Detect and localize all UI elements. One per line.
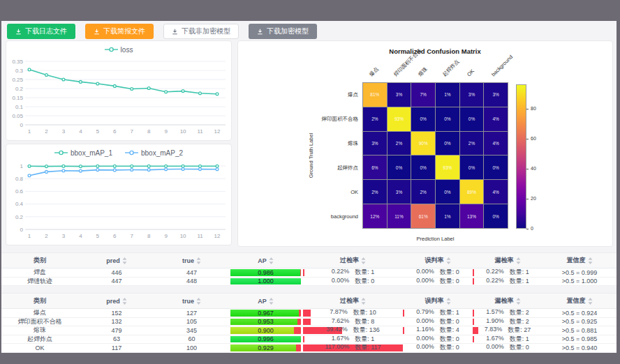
matrix-row-label: 焊印面积不合格: [291, 116, 358, 123]
sort-icon[interactable]: [516, 257, 521, 264]
rate-percent: 0.00%: [416, 335, 434, 344]
matrix-cell: 13%: [460, 204, 484, 228]
miss-detection-cell: 1.90%数量: 2: [473, 318, 542, 326]
column-header-误判率[interactable]: 误判率: [403, 253, 473, 268]
colorbar-tick-label: 0: [531, 226, 533, 231]
loss-chart-plot: 00.050.10.150.20.250.30.3512345678910111…: [6, 52, 232, 140]
svg-text:8: 8: [147, 128, 151, 135]
svg-text:12: 12: [214, 128, 221, 135]
column-header-true[interactable]: true: [155, 253, 228, 268]
sort-icon[interactable]: [269, 257, 274, 264]
column-header-置信度[interactable]: 置信度: [542, 294, 617, 308]
false-judge-cell: 0.00%数量: 0: [403, 344, 473, 352]
svg-text:10: 10: [180, 128, 186, 135]
rate-count: 数量: 1: [510, 268, 529, 277]
matrix-col-label: 熔珠: [417, 66, 429, 78]
column-header-label: AP: [258, 298, 267, 305]
sort-icon[interactable]: [269, 298, 274, 305]
rate-percent: 7.83%: [485, 326, 503, 335]
confidence-value: >0.5 = 0.940: [542, 344, 617, 352]
miss-detection-cell: 1.57%数量: 2: [473, 309, 542, 317]
rate-count: 数量: 0: [440, 268, 459, 277]
column-header-过检率[interactable]: 过检率: [303, 253, 403, 268]
download-button-1[interactable]: 下载日志文件: [7, 24, 75, 39]
svg-text:8: 8: [147, 233, 151, 239]
false-judge-cell: 0.00%数量: 0: [403, 268, 473, 277]
rate-count: 数量: 0: [440, 344, 459, 352]
class-name: 起焊炸点: [1, 335, 78, 344]
rate-count: 数量: 0: [440, 318, 459, 326]
column-header-label: 漏检率: [495, 296, 514, 305]
rate-bar: [303, 336, 304, 343]
confidence-value: >0.5 = 0.924: [542, 309, 617, 317]
colorbar-tick: [526, 109, 529, 109]
rate-percent: 7.62%: [332, 318, 350, 326]
miss-detection-cell: 1.67%数量: 1: [473, 335, 542, 344]
download-button-2[interactable]: 下载简报文件: [85, 24, 154, 39]
column-header-pred[interactable]: pred: [78, 253, 155, 268]
matrix-cell: 0%: [436, 132, 459, 156]
matrix-cell: 61%: [411, 204, 435, 228]
table-row: 熔珠4793450.90039.42%数量: 1361.16%数量: 47.83…: [1, 326, 617, 335]
matrix-cell: 2%: [460, 132, 484, 156]
sort-icon[interactable]: [361, 257, 366, 264]
rate-count: 数量: 117: [355, 344, 381, 352]
pred-value: 132: [78, 318, 155, 326]
sort-icon[interactable]: [196, 298, 201, 305]
sort-icon[interactable]: [516, 298, 521, 305]
rate-percent: 0.22%: [486, 278, 504, 286]
rate-percent: 7.87%: [330, 309, 348, 317]
column-header-AP[interactable]: AP: [228, 294, 303, 308]
matrix-cell: 1%: [436, 204, 459, 228]
column-header-label: 过检率: [340, 256, 359, 265]
column-header-置信度[interactable]: 置信度: [542, 253, 617, 268]
class-name: 熔珠: [1, 326, 78, 335]
column-header-漏检率[interactable]: 漏检率: [473, 253, 542, 268]
svg-text:3: 3: [62, 128, 66, 135]
sort-icon[interactable]: [361, 298, 366, 305]
column-header-label: 类别: [34, 296, 46, 305]
matrix-cell: 4%: [484, 107, 508, 131]
matrix-y-axis-label: Ground Truth Label: [308, 133, 314, 179]
rate-bar: [473, 319, 474, 326]
results-table-1: 类别predtrueAP过检率误判率漏检率置信度焊盘4464470.9860.2…: [1, 252, 617, 286]
toolbar: 下载日志文件下载简报文件下载非加密模型下载加密模型: [7, 24, 317, 39]
column-header-误判率[interactable]: 误判率: [403, 294, 473, 308]
download-button-3[interactable]: 下载非加密模型: [163, 24, 239, 39]
svg-text:4: 4: [79, 128, 82, 135]
column-header-true[interactable]: true: [155, 294, 228, 308]
ap-cell: 0.929: [228, 344, 303, 352]
svg-text:5: 5: [96, 233, 100, 239]
rate-percent: 0.22%: [486, 268, 504, 277]
download-button-4[interactable]: 下载加密模型: [249, 24, 317, 39]
ap-value: 0.929: [230, 344, 301, 351]
over-detection-cell: 7.62%数量: 8: [303, 318, 403, 326]
svg-text:0.1: 0.1: [15, 104, 24, 110]
sort-icon[interactable]: [588, 298, 593, 305]
matrix-cell: 3%: [484, 83, 508, 107]
ap-bar: 0.986: [230, 269, 301, 276]
over-detection-cell: 0.22%数量: 1: [303, 268, 403, 277]
sort-icon[interactable]: [446, 298, 451, 305]
pred-value: 152: [78, 309, 155, 317]
sort-icon[interactable]: [122, 257, 127, 264]
over-detection-cell: 117.00%数量: 117: [303, 344, 403, 352]
rate-count: 数量: 2: [510, 309, 529, 317]
column-header-AP[interactable]: AP: [228, 253, 303, 268]
column-header-label: pred: [106, 298, 120, 305]
pred-value: 63: [78, 335, 155, 344]
sort-icon[interactable]: [588, 257, 593, 264]
sort-icon[interactable]: [196, 257, 201, 264]
column-header-类别: 类别: [1, 253, 78, 268]
rate-percent: 0.00%: [486, 344, 504, 352]
legend-marker-icon: [54, 150, 68, 156]
class-name: 爆点: [1, 309, 78, 317]
matrix-cell: 3%: [388, 83, 411, 107]
sort-icon[interactable]: [446, 257, 451, 264]
true-value: 60: [155, 335, 228, 344]
column-header-过检率[interactable]: 过检率: [303, 294, 403, 308]
sort-icon[interactable]: [122, 298, 127, 305]
column-header-pred[interactable]: pred: [78, 294, 155, 308]
column-header-漏检率[interactable]: 漏检率: [473, 294, 542, 308]
table-row: 焊盘4464470.9860.22%数量: 10.00%数量: 00.22%数量…: [1, 268, 617, 278]
